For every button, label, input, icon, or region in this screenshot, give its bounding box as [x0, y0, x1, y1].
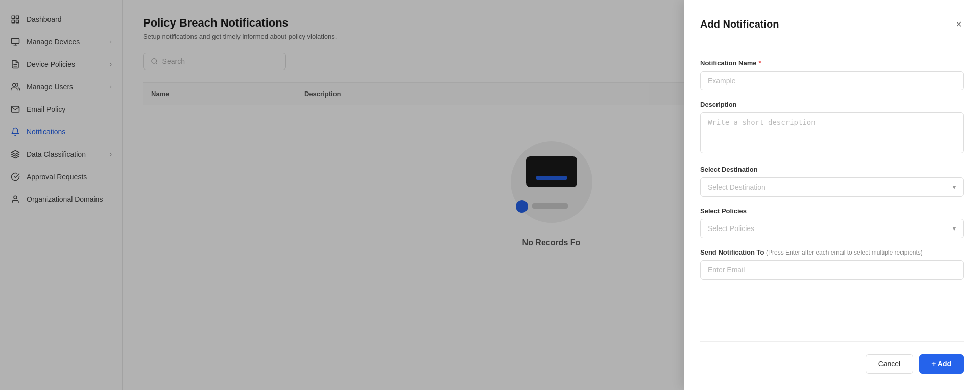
notification-name-group: Notification Name *	[700, 59, 964, 90]
required-indicator: *	[759, 59, 761, 67]
description-group: Description	[700, 101, 964, 155]
description-textarea[interactable]	[700, 112, 964, 153]
add-button[interactable]: + Add	[919, 354, 964, 374]
send-notification-label: Send Notification To (Press Enter after …	[700, 248, 964, 256]
select-policies-group: Select Policies Select Policies ▼	[700, 207, 964, 238]
select-destination-group: Select Destination Select Destination ▼	[700, 166, 964, 197]
select-destination-wrapper[interactable]: Select Destination ▼	[700, 177, 964, 197]
notification-name-label: Notification Name *	[700, 59, 964, 67]
cancel-button[interactable]: Cancel	[866, 354, 914, 374]
panel-footer: Cancel + Add	[700, 341, 964, 374]
select-policies-dropdown[interactable]: Select Policies	[700, 219, 964, 238]
notification-name-input[interactable]	[700, 71, 964, 90]
select-destination-dropdown[interactable]: Select Destination	[700, 177, 964, 197]
select-policies-label: Select Policies	[700, 207, 964, 215]
select-destination-label: Select Destination	[700, 166, 964, 173]
send-notification-group: Send Notification To (Press Enter after …	[700, 248, 964, 280]
panel-title: Add Notification	[700, 18, 779, 30]
select-policies-wrapper[interactable]: Select Policies ▼	[700, 219, 964, 238]
email-input[interactable]	[700, 260, 964, 280]
send-notification-hint: (Press Enter after each email to select …	[766, 249, 923, 256]
panel-divider	[700, 47, 964, 47]
add-notification-panel: Add Notification × Notification Name * D…	[684, 0, 980, 390]
close-button[interactable]: ×	[953, 16, 964, 32]
description-label: Description	[700, 101, 964, 108]
panel-header: Add Notification ×	[700, 16, 964, 32]
